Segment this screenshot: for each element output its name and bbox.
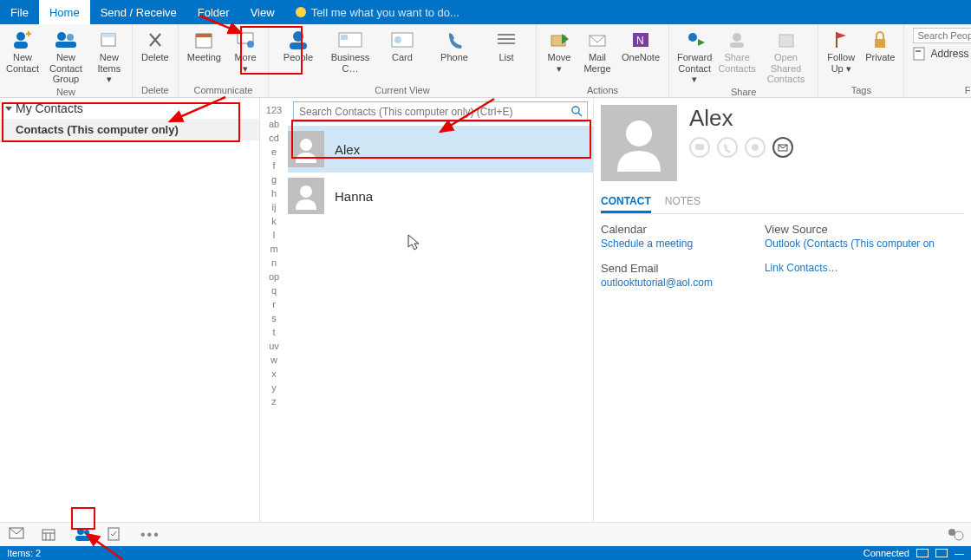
- alpha-cd[interactable]: cd: [269, 133, 279, 143]
- delete-button[interactable]: Delete: [138, 26, 173, 65]
- svg-rect-54: [75, 536, 91, 541]
- calendar-heading: Calendar: [601, 223, 713, 236]
- svg-point-5: [67, 34, 74, 41]
- tab-send-receive[interactable]: Send / Receive: [90, 0, 187, 24]
- delete-icon: [143, 28, 167, 52]
- alpha-index[interactable]: 123abcdefghijklmnopqrstuvwxyz: [260, 98, 288, 522]
- alpha-op[interactable]: op: [269, 271, 279, 282]
- alpha-f[interactable]: f: [272, 160, 275, 171]
- svg-point-41: [300, 139, 312, 151]
- svg-rect-8: [101, 34, 115, 37]
- view-people-label: People: [283, 52, 313, 63]
- mail-merge-label: MailMerge: [583, 52, 610, 74]
- nav-calendar-icon[interactable]: [42, 527, 57, 543]
- alpha-l[interactable]: l: [273, 230, 275, 240]
- nav-people-globe-icon[interactable]: [947, 527, 962, 543]
- tab-home[interactable]: Home: [39, 0, 90, 24]
- email-bubble-icon[interactable]: [772, 137, 793, 158]
- view-list-label: List: [499, 52, 513, 63]
- svg-rect-16: [290, 42, 307, 49]
- share-contacts-button[interactable]: ShareContacts: [718, 26, 755, 87]
- search-people-input[interactable]: [913, 28, 971, 43]
- alpha-q[interactable]: q: [271, 285, 277, 296]
- view-list-button[interactable]: List: [482, 26, 531, 75]
- call-bubble-icon[interactable]: [717, 137, 738, 158]
- alpha-uv[interactable]: uv: [269, 341, 279, 351]
- open-shared-button[interactable]: Open SharedContacts: [759, 26, 812, 87]
- svg-rect-32: [730, 42, 744, 48]
- follow-up-button[interactable]: FollowUp ▾: [824, 26, 858, 75]
- meeting-button[interactable]: Meeting: [184, 26, 225, 75]
- alpha-k[interactable]: k: [271, 216, 277, 226]
- alpha-123[interactable]: 123: [266, 105, 282, 115]
- chat-bubble-icon[interactable]: [689, 137, 710, 158]
- contact-row-alex[interactable]: Alex: [288, 126, 593, 173]
- search-contacts-input[interactable]: [293, 101, 588, 122]
- svg-point-0: [16, 32, 25, 41]
- video-bubble-icon[interactable]: [745, 137, 766, 158]
- flag-icon: [829, 28, 853, 52]
- share-label: ShareContacts: [718, 52, 755, 74]
- alpha-ab[interactable]: ab: [269, 119, 279, 129]
- contact-email-link[interactable]: outlooktutorial@aol.com: [601, 277, 713, 289]
- tab-view[interactable]: View: [240, 0, 285, 24]
- schedule-meeting-link[interactable]: Schedule a meeting: [601, 238, 693, 250]
- alpha-s[interactable]: s: [271, 313, 277, 323]
- svg-point-42: [300, 186, 312, 198]
- link-contacts-link[interactable]: Link Contacts…: [765, 262, 838, 274]
- svg-rect-37: [914, 48, 924, 60]
- private-button[interactable]: Private: [862, 26, 898, 75]
- people-view-icon: [286, 28, 310, 52]
- view-source-heading: View Source: [765, 223, 935, 236]
- svg-rect-48: [42, 530, 55, 540]
- more-button[interactable]: More▾: [228, 26, 263, 75]
- view-source-link[interactable]: Outlook (Contacts (This computer on: [765, 238, 935, 250]
- nav-mail-icon[interactable]: [9, 527, 24, 543]
- group-communicate-label: Communicate: [184, 85, 263, 97]
- alpha-n[interactable]: n: [271, 257, 277, 268]
- alpha-w[interactable]: w: [270, 355, 277, 365]
- nav-more-icon[interactable]: •••: [140, 527, 160, 543]
- tab-file[interactable]: File: [0, 0, 39, 24]
- alpha-m[interactable]: m: [270, 244, 277, 254]
- sidebar-contacts-this-computer[interactable]: Contacts (This computer only): [0, 119, 259, 140]
- nav-people-icon[interactable]: [75, 527, 90, 543]
- alpha-t[interactable]: t: [272, 327, 275, 337]
- tab-contact[interactable]: CONTACT: [601, 192, 651, 213]
- contact-row-hanna[interactable]: Hanna: [288, 173, 593, 219]
- view-mode-reading[interactable]: [935, 549, 948, 557]
- more-icon: [233, 28, 257, 52]
- alpha-y[interactable]: y: [271, 382, 277, 393]
- alpha-ij[interactable]: ij: [272, 202, 277, 212]
- mail-merge-button[interactable]: MailMerge: [580, 26, 615, 75]
- tab-folder[interactable]: Folder: [187, 0, 240, 24]
- new-contact-group-button[interactable]: New ContactGroup: [43, 26, 88, 87]
- mail-merge-icon: [585, 28, 609, 52]
- view-mode-normal[interactable]: [916, 549, 929, 557]
- view-business-label: Business C…: [329, 52, 371, 74]
- view-card-button[interactable]: Card: [378, 26, 427, 75]
- view-business-card-button[interactable]: Business C…: [326, 26, 375, 75]
- forward-contact-button[interactable]: ForwardContact ▾: [674, 26, 714, 87]
- alpha-z[interactable]: z: [271, 396, 277, 407]
- my-contacts-header[interactable]: My Contacts: [0, 98, 259, 119]
- alpha-x[interactable]: x: [271, 368, 277, 379]
- alpha-e[interactable]: e: [271, 147, 277, 157]
- tell-me-search[interactable]: Tell me what you want to do...: [285, 0, 470, 24]
- onenote-button[interactable]: N OneNote: [618, 26, 663, 75]
- tab-notes[interactable]: NOTES: [665, 192, 701, 213]
- nav-tasks-icon[interactable]: [108, 527, 123, 543]
- alpha-g[interactable]: g: [271, 174, 277, 185]
- address-book-button[interactable]: Address Book: [913, 47, 971, 61]
- new-contact-icon: [10, 28, 35, 52]
- new-contact-button[interactable]: NewContact: [5, 26, 40, 87]
- view-mode-zoom[interactable]: —: [955, 548, 964, 558]
- search-icon[interactable]: [570, 105, 583, 120]
- view-people-button[interactable]: People: [274, 26, 323, 75]
- new-items-button[interactable]: NewItems ▾: [92, 26, 127, 87]
- status-connected: Connected: [863, 548, 909, 558]
- alpha-h[interactable]: h: [271, 188, 277, 199]
- alpha-r[interactable]: r: [272, 299, 276, 309]
- move-button[interactable]: Move▾: [542, 26, 577, 75]
- view-phone-button[interactable]: Phone: [430, 26, 479, 75]
